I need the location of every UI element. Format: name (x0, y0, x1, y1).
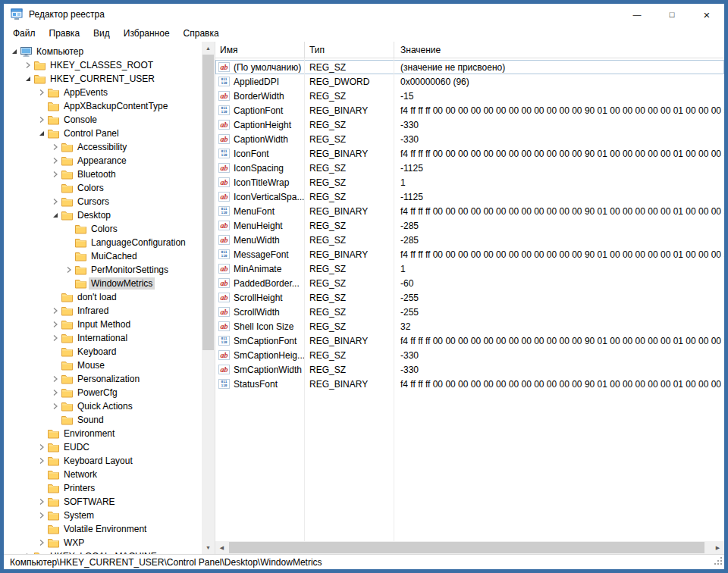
expand-chevron-icon[interactable] (36, 509, 48, 521)
collapse-chevron-icon[interactable] (36, 127, 48, 139)
tree-item-desktop[interactable]: Desktop (4, 208, 202, 222)
expand-chevron-icon[interactable] (49, 155, 61, 167)
value-row-applieddpi[interactable]: 011110AppliedDPIREG_DWORD0x00000060 (96) (215, 74, 724, 89)
value-row-menufont[interactable]: 011110MenuFontREG_BINARYf4 ff ff ff 00 0… (215, 204, 724, 218)
tree-item-muicached[interactable]: MuiCached (4, 249, 202, 263)
tree-item-eudc[interactable]: EUDC (4, 440, 202, 454)
value-row-scrollwidth[interactable]: abScrollWidthREG_SZ-255 (215, 305, 724, 319)
value-row-messagefont[interactable]: 011110MessageFontREG_BINARYf4 ff ff ff 0… (215, 247, 724, 261)
tree-item-sound[interactable]: Sound (4, 413, 202, 427)
value-row-smcaptionfont[interactable]: 011110SmCaptionFontREG_BINARYf4 ff ff ff… (215, 333, 724, 348)
column-header-type[interactable]: Тип (305, 42, 394, 58)
tree-item-hkey-classes-root[interactable]: HKEY_CLASSES_ROOT (4, 58, 202, 72)
value-row-iconspacing[interactable]: abIconSpacingREG_SZ-1125 (215, 161, 724, 175)
expand-chevron-icon[interactable] (49, 373, 61, 385)
value-row-menuwidth[interactable]: abMenuWidthREG_SZ-285 (215, 233, 724, 247)
value-row-captionfont[interactable]: 011110CaptionFontREG_BINARYf4 ff ff ff 0… (215, 103, 724, 117)
tree-item-input-method[interactable]: Input Method (4, 318, 202, 331)
scroll-left-arrow-icon[interactable]: ◀ (215, 541, 228, 554)
value-row-minanimate[interactable]: abMinAnimateREG_SZ1 (215, 261, 724, 276)
tree-item-quick-actions[interactable]: Quick Actions (4, 399, 202, 413)
value-row-statusfont[interactable]: 011110StatusFontREG_BINARYf4 ff ff ff 00… (215, 377, 724, 391)
expand-chevron-icon[interactable] (49, 141, 61, 153)
value-row-iconverticalspa[interactable]: abIconVerticalSpa...REG_SZ-1125 (215, 189, 724, 204)
tree-item-wxp[interactable]: WXP (4, 536, 202, 550)
expand-chevron-icon[interactable] (22, 59, 34, 71)
collapse-chevron-icon[interactable] (49, 209, 61, 221)
value-row-menuheight[interactable]: abMenuHeightREG_SZ-285 (215, 218, 724, 233)
value-row-item-0[interactable]: ab(По умолчанию)REG_SZ(значение не присв… (215, 60, 724, 74)
tree-item-international[interactable]: International (4, 331, 202, 345)
tree-item-control-panel[interactable]: Control Panel (4, 127, 202, 140)
expand-chevron-icon[interactable] (49, 332, 61, 344)
expand-chevron-icon[interactable] (49, 168, 61, 180)
expand-chevron-icon[interactable] (36, 114, 48, 126)
value-row-captionwidth[interactable]: abCaptionWidthREG_SZ-330 (215, 132, 724, 146)
tree-item-printers[interactable]: Printers (4, 481, 202, 495)
collapse-chevron-icon[interactable] (8, 45, 20, 58)
scroll-up-arrow-icon[interactable]: ▲ (202, 42, 215, 55)
menu-edit[interactable]: Правка (42, 26, 87, 41)
scroll-right-arrow-icon[interactable]: ▶ (711, 541, 724, 554)
value-row-iconfont[interactable]: 011110IconFontREG_BINARYf4 ff ff ff 00 0… (215, 146, 724, 161)
value-row-borderwidth[interactable]: abBorderWidthREG_SZ-15 (215, 89, 724, 103)
expand-chevron-icon[interactable] (36, 86, 48, 99)
tree-item-system[interactable]: System (4, 509, 202, 522)
resize-grip-icon[interactable] (714, 556, 723, 568)
minimize-button[interactable]: — (620, 4, 654, 25)
tree-item-volatile-environment[interactable]: Volatile Environment (4, 522, 202, 536)
value-row-icontitlewrap[interactable]: abIconTitleWrapREG_SZ1 (215, 175, 724, 189)
tree-item-hkey-current-user[interactable]: HKEY_CURRENT_USER (4, 72, 202, 86)
tree-item-appearance[interactable]: Appearance (4, 154, 202, 168)
tree-item-keyboard-layout[interactable]: Keyboard Layout (4, 454, 202, 468)
tree-item-colors[interactable]: Colors (4, 181, 202, 195)
expand-chevron-icon[interactable] (36, 537, 48, 549)
expand-chevron-icon[interactable] (36, 455, 48, 467)
expand-chevron-icon[interactable] (36, 441, 48, 453)
tree-item-console[interactable]: Console (4, 113, 202, 127)
value-row-shell-icon-size[interactable]: abShell Icon SizeREG_SZ32 (215, 319, 724, 333)
tree-scrollbar-thumb[interactable] (202, 55, 214, 350)
menu-help[interactable]: Справка (177, 26, 226, 41)
list-scrollbar-thumb[interactable] (229, 542, 704, 553)
tree-item-languageconfiguration[interactable]: LanguageConfiguration (4, 236, 202, 249)
tree-item-bluetooth[interactable]: Bluetooth (4, 168, 202, 181)
tree-item-network[interactable]: Network (4, 468, 202, 481)
column-header-value[interactable]: Значение (394, 42, 724, 58)
tree-item-windowmetrics[interactable]: WindowMetrics (4, 277, 202, 290)
collapse-chevron-icon[interactable] (22, 73, 34, 85)
tree-item-permonitorsettings[interactable]: PerMonitorSettings (4, 263, 202, 277)
tree-vertical-scrollbar[interactable]: ▲ ▼ (202, 42, 215, 554)
tree-item-environment[interactable]: Environment (4, 427, 202, 440)
tree-item-keyboard[interactable]: Keyboard (4, 345, 202, 359)
expand-chevron-icon[interactable] (49, 318, 61, 330)
tree-item-mouse[interactable]: Mouse (4, 359, 202, 372)
expand-chevron-icon[interactable] (63, 264, 75, 276)
tree-item-powercfg[interactable]: PowerCfg (4, 386, 202, 399)
menu-favorites[interactable]: Избранное (117, 26, 177, 41)
tree-item-appxbackupcontenttype[interactable]: AppXBackupContentType (4, 99, 202, 113)
value-row-paddedborder[interactable]: abPaddedBorder...REG_SZ-60 (215, 276, 724, 290)
tree-item-appevents[interactable]: AppEvents (4, 86, 202, 99)
expand-chevron-icon[interactable] (49, 400, 61, 412)
value-row-scrollheight[interactable]: abScrollHeightREG_SZ-255 (215, 290, 724, 305)
column-header-name[interactable]: Имя (215, 42, 305, 58)
expand-chevron-icon[interactable] (49, 196, 61, 208)
menu-view[interactable]: Вид (86, 26, 117, 41)
expand-chevron-icon[interactable] (49, 387, 61, 399)
menu-file[interactable]: Файл (6, 26, 42, 41)
list-horizontal-scrollbar[interactable]: ◀ ▶ (215, 541, 724, 554)
tree-item-cursors[interactable]: Cursors (4, 195, 202, 208)
close-button[interactable]: × (689, 4, 724, 25)
tree-item-software[interactable]: SOFTWARE (4, 495, 202, 509)
expand-chevron-icon[interactable] (49, 305, 61, 317)
tree-item-personalization[interactable]: Personalization (4, 372, 202, 386)
tree-item-item-0[interactable]: Компьютер (4, 45, 202, 58)
scroll-down-arrow-icon[interactable]: ▼ (202, 541, 215, 554)
expand-chevron-icon[interactable] (36, 496, 48, 508)
tree-item-accessibility[interactable]: Accessibility (4, 140, 202, 154)
maximize-button[interactable]: □ (654, 4, 689, 25)
tree-item-don-t-load[interactable]: don't load (4, 290, 202, 304)
value-row-smcaptionwidth[interactable]: abSmCaptionWidthREG_SZ-330 (215, 362, 724, 377)
tree-item-colors[interactable]: Colors (4, 222, 202, 236)
